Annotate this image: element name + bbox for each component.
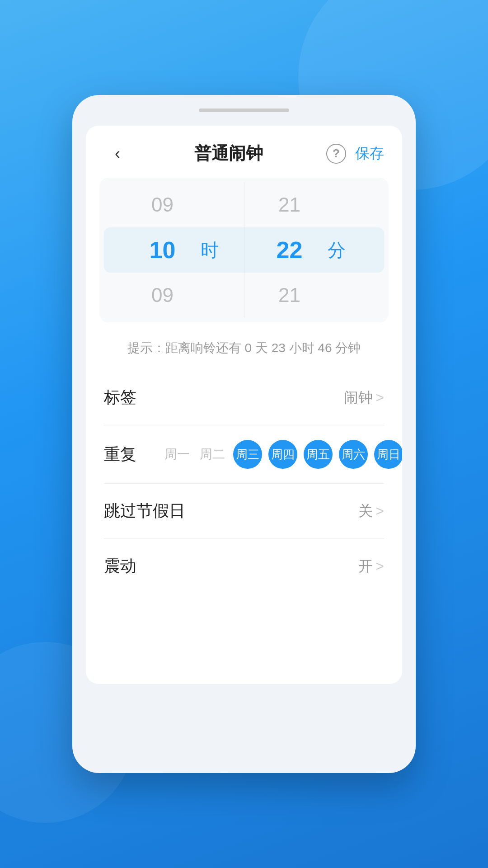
minute-active: 22	[253, 227, 326, 273]
hour-label-active: 时	[199, 227, 219, 273]
holiday-label: 跳过节假日	[104, 500, 185, 522]
minute-label-active: 分	[326, 227, 346, 273]
label-setting-label: 标签	[104, 387, 136, 409]
hour-active: 10	[127, 227, 199, 273]
header: ‹ 普通闹钟 ? 保存	[86, 126, 402, 178]
spacer	[86, 594, 402, 684]
hour-column[interactable]: 09 10 09	[127, 182, 199, 318]
hour-label-col: 时	[199, 182, 235, 318]
back-button[interactable]: ‹	[104, 144, 131, 163]
day-周四[interactable]: 周四	[268, 440, 297, 469]
settings-list: 标签 闹钟 > 重复 周一周二周三周四周五周六周日 跳过节假日 关 >	[86, 370, 402, 594]
hour-below: 09	[127, 273, 199, 318]
label-row[interactable]: 标签 闹钟 >	[104, 370, 384, 425]
day-周二[interactable]: 周二	[198, 440, 227, 469]
main-card: ‹ 普通闹钟 ? 保存 09 10 09 时	[86, 126, 402, 684]
holiday-value: 关 >	[358, 501, 384, 521]
day-周一[interactable]: 周一	[163, 440, 192, 469]
vibrate-label: 震动	[104, 555, 136, 577]
hour-label-above	[199, 182, 201, 227]
phone-shell: ‹ 普通闹钟 ? 保存 09 10 09 时	[72, 95, 416, 773]
holiday-chevron-icon: >	[375, 503, 384, 519]
hour-above: 09	[127, 182, 199, 227]
day-周六[interactable]: 周六	[339, 440, 368, 469]
help-icon[interactable]: ?	[326, 144, 346, 164]
holiday-value-text: 关	[358, 501, 373, 521]
phone-top-bar	[199, 108, 289, 112]
days-container: 周一周二周三周四周五周六周日	[163, 440, 402, 469]
label-setting-value: 闹钟 >	[344, 388, 384, 408]
save-button[interactable]: 保存	[355, 144, 384, 164]
minute-column[interactable]: 21 22 21	[253, 182, 326, 318]
minute-above: 21	[253, 182, 326, 227]
vibrate-value: 开 >	[358, 557, 384, 576]
header-actions: ? 保存	[326, 144, 384, 164]
picker-divider	[244, 182, 244, 318]
day-周三[interactable]: 周三	[233, 440, 262, 469]
label-chevron-icon: >	[375, 389, 384, 406]
label-value-text: 闹钟	[344, 388, 373, 408]
holiday-row[interactable]: 跳过节假日 关 >	[104, 484, 384, 539]
minute-label-col: 分	[326, 182, 362, 318]
minute-label-above	[326, 182, 328, 227]
vibrate-row[interactable]: 震动 开 >	[104, 539, 384, 594]
day-周日[interactable]: 周日	[374, 440, 402, 469]
repeat-label: 重复	[104, 443, 149, 466]
page-title: 普通闹钟	[194, 142, 263, 165]
hour-label-below	[199, 273, 201, 318]
minute-below: 21	[253, 273, 326, 318]
time-picker[interactable]: 09 10 09 时 21 22 21	[99, 178, 389, 322]
day-周五[interactable]: 周五	[304, 440, 333, 469]
picker-columns: 09 10 09 时 21 22 21	[99, 182, 389, 318]
minute-label-below	[326, 273, 328, 318]
vibrate-value-text: 开	[358, 557, 373, 576]
vibrate-chevron-icon: >	[375, 558, 384, 575]
hint-text: 提示：距离响铃还有 0 天 23 小时 46 分钟	[86, 331, 402, 370]
repeat-row: 重复 周一周二周三周四周五周六周日	[104, 425, 384, 484]
